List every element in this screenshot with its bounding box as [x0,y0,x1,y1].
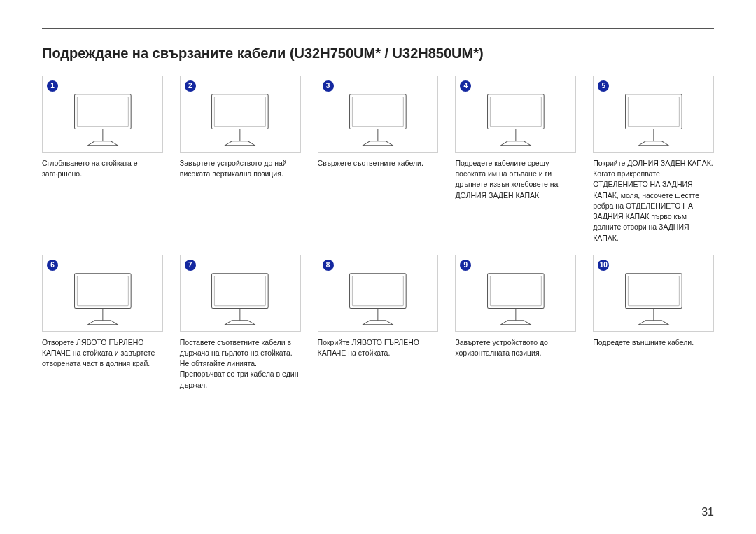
svg-rect-28 [628,276,679,305]
svg-rect-9 [487,94,544,129]
svg-rect-1 [77,97,128,126]
monitor-illustration-icon [186,268,294,328]
svg-rect-3 [212,94,269,129]
svg-rect-18 [212,273,269,308]
svg-rect-10 [490,97,541,126]
step-figure: 7 [180,255,301,332]
step: 4Подредете кабелите срещу посоката им на… [455,76,576,244]
page-number: 31 [701,506,714,519]
monitor-illustration-icon [462,89,570,149]
step-figure: 1 [42,76,163,153]
step-caption: Отворете ЛЯВОТО ГЪРЛЕНО КАПАЧЕ на стойка… [42,337,163,370]
svg-rect-0 [74,94,131,129]
step: 3Свържете съответните кабели. [318,76,439,244]
svg-rect-16 [77,276,128,305]
monitor-illustration-icon [186,89,294,149]
svg-rect-7 [353,97,404,126]
step-caption: Поставете съответните кабели в държача н… [180,337,301,391]
svg-rect-27 [625,273,682,308]
top-rule [42,28,714,29]
monitor-illustration-icon [600,268,708,328]
step-caption: Подредете кабелите срещу посоката им на … [455,158,576,201]
step-figure: 6 [42,255,163,332]
svg-rect-25 [490,276,541,305]
step: 10Подредете външните кабели. [593,255,714,391]
step: 9Завъртете устройството до хоризонталнат… [455,255,576,391]
step-figure: 4 [455,76,576,153]
step-caption: Свържете съответните кабели. [318,158,439,169]
svg-rect-6 [350,94,407,129]
monitor-illustration-icon [600,89,708,149]
step-caption: Покрийте ДОЛНИЯ ЗАДЕН КАПАК. Когато прик… [593,158,714,244]
step-figure: 3 [318,76,439,153]
svg-rect-24 [487,273,544,308]
step: 6Отворете ЛЯВОТО ГЪРЛЕНО КАПАЧЕ на стойк… [42,255,163,391]
step-figure: 8 [318,255,439,332]
step: 5Покрийте ДОЛНИЯ ЗАДЕН КАПАК. Когато при… [593,76,714,244]
monitor-illustration-icon [462,268,570,328]
svg-rect-19 [215,276,266,305]
monitor-illustration-icon [324,268,432,328]
step-figure: 10 [593,255,714,332]
step-caption: Сглобяването на стойката е завършено. [42,158,163,179]
step-caption: Завъртете устройството до хоризонталната… [455,337,576,358]
step-caption: Покрийте ЛЯВОТО ГЪРЛЕНО КАПАЧЕ на стойка… [318,337,439,358]
step-figure: 2 [180,76,301,153]
step-figure: 5 [593,76,714,153]
step: 7Поставете съответните кабели в държача … [180,255,301,391]
step: 8Покрийте ЛЯВОТО ГЪРЛЕНО КАПАЧЕ на стойк… [318,255,439,391]
monitor-illustration-icon [49,268,157,328]
monitor-illustration-icon [324,89,432,149]
step-figure: 9 [455,255,576,332]
svg-rect-22 [353,276,404,305]
svg-rect-15 [74,273,131,308]
step-caption: Завъртете устройството до най-високата в… [180,158,301,179]
svg-rect-4 [215,97,266,126]
steps-grid: 1Сглобяването на стойката е завършено.2З… [42,76,714,391]
step-caption: Подредете външните кабели. [593,337,714,348]
step: 2Завъртете устройството до най-високата … [180,76,301,244]
svg-rect-21 [350,273,407,308]
svg-rect-12 [625,94,682,129]
monitor-illustration-icon [49,89,157,149]
section-title: Подреждане на свързаните кабели (U32H750… [42,45,714,62]
step: 1Сглобяването на стойката е завършено. [42,76,163,244]
svg-rect-13 [628,97,679,126]
